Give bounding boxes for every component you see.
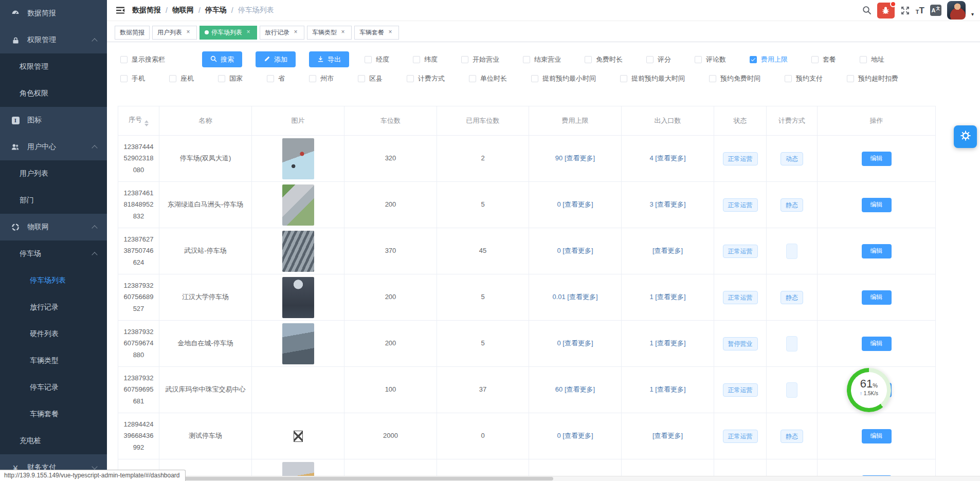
filter-checkbox[interactable]: 免费时长: [585, 55, 623, 64]
tab-4[interactable]: 车辆类型×: [307, 26, 352, 40]
row-fee-more-link[interactable]: 0.01 [查看更多]: [529, 274, 622, 321]
filter-checkbox[interactable]: 提前预约最小时间: [531, 74, 596, 83]
filter-checkbox[interactable]: 州市: [309, 74, 334, 83]
column-header[interactable]: 出入口数: [622, 106, 714, 136]
filter-checkbox[interactable]: 地址: [860, 55, 884, 64]
filter-checkbox[interactable]: 区县: [358, 74, 383, 83]
filter-checkbox[interactable]: 评分: [646, 55, 671, 64]
filter-checkbox[interactable]: 评论数: [695, 55, 726, 64]
breadcrumb-item[interactable]: 物联网: [172, 6, 194, 15]
column-header[interactable]: 状态: [714, 106, 767, 136]
column-header[interactable]: 已用车位数: [437, 106, 529, 136]
parking-photo[interactable]: [282, 184, 314, 226]
filter-checkbox[interactable]: 提前预约最大时间: [620, 74, 685, 83]
sidebar-item-4[interactable]: I图标: [0, 107, 107, 134]
upload-progress-widget[interactable]: 61% ↑ 1.5K/s: [847, 368, 891, 412]
search-button[interactable]: 搜索: [202, 51, 242, 67]
filter-checkbox[interactable]: 计费方式: [407, 74, 445, 83]
row-fee-more-link[interactable]: 60 [查看更多]: [529, 367, 622, 413]
filter-checkbox[interactable]: 省: [267, 74, 285, 83]
sidebar-item-15[interactable]: 车辆套餐: [0, 401, 107, 428]
row-fee-more-link[interactable]: 0 [查看更多]: [529, 321, 622, 367]
edit-button[interactable]: 编辑: [862, 429, 892, 443]
filter-checkbox[interactable]: 预约免费时间: [709, 74, 760, 83]
row-fee-more-link[interactable]: 0 [查看更多]: [529, 228, 622, 274]
sidebar-item-12[interactable]: 硬件列表: [0, 321, 107, 347]
filter-checkbox[interactable]: 开始营业: [461, 55, 499, 64]
fullscreen-icon[interactable]: [900, 6, 910, 15]
sort-asc-icon[interactable]: [144, 120, 149, 123]
sidebar-item-1[interactable]: 权限管理: [0, 27, 107, 53]
filter-checkbox[interactable]: 手机: [120, 74, 145, 83]
translate-icon[interactable]: A文: [930, 5, 941, 16]
sidebar-item-13[interactable]: 车辆类型: [0, 347, 107, 374]
sidebar-item-6[interactable]: 用户列表: [0, 160, 107, 187]
parking-photo[interactable]: [282, 323, 314, 364]
close-icon[interactable]: ×: [185, 29, 192, 36]
sidebar-item-0[interactable]: 数据简报: [0, 0, 107, 27]
tab-3[interactable]: 放行记录×: [260, 26, 304, 40]
sidebar-item-14[interactable]: 停车记录: [0, 374, 107, 401]
row-gates-more-link[interactable]: [查看更多]: [622, 413, 714, 459]
filter-checkbox[interactable]: 预约超时扣费: [847, 74, 898, 83]
parking-photo[interactable]: [282, 138, 314, 179]
parking-photo[interactable]: [282, 277, 314, 318]
sidebar-item-3[interactable]: 角色权限: [0, 80, 107, 107]
tab-2[interactable]: 停车场列表×: [199, 26, 257, 40]
column-header[interactable]: 图片: [252, 106, 344, 136]
row-gates-more-link[interactable]: 1 [查看更多]: [622, 274, 714, 321]
close-icon[interactable]: ×: [292, 29, 299, 36]
show-search-checkbox[interactable]: 显示搜索栏: [120, 55, 165, 64]
breadcrumb-item[interactable]: 数据简报: [132, 6, 161, 15]
edit-button[interactable]: 编辑: [862, 290, 892, 305]
export-button[interactable]: 导出: [309, 51, 349, 67]
filter-checkbox[interactable]: 费用上限: [750, 55, 788, 64]
sidebar-item-5[interactable]: 用户中心: [0, 134, 107, 160]
filter-checkbox[interactable]: 座机: [169, 74, 194, 83]
row-gates-more-link[interactable]: [查看更多]: [622, 228, 714, 274]
row-fee-more-link[interactable]: 90 [查看更多]: [529, 136, 622, 182]
column-header[interactable]: 操作: [818, 106, 936, 136]
row-fee-more-link[interactable]: 0 [查看更多]: [529, 413, 622, 459]
row-gates-more-link[interactable]: 3 [查看更多]: [622, 182, 714, 228]
avatar[interactable]: [947, 1, 966, 20]
sidebar-item-9[interactable]: 停车场: [0, 240, 107, 267]
hamburger-icon[interactable]: [107, 5, 132, 15]
column-header[interactable]: 名称: [159, 106, 252, 136]
filter-checkbox[interactable]: 结束营业: [523, 55, 561, 64]
error-log-button[interactable]: [877, 3, 895, 18]
column-header[interactable]: 车位数: [344, 106, 437, 136]
row-gates-more-link[interactable]: 1 [查看更多]: [622, 321, 714, 367]
row-fee-more-link[interactable]: 0 [查看更多]: [529, 182, 622, 228]
add-button[interactable]: 添加: [256, 51, 296, 67]
sidebar-item-11[interactable]: 放行记录: [0, 294, 107, 321]
row-gates-more-link[interactable]: 4 [查看更多]: [622, 136, 714, 182]
sidebar-item-16[interactable]: 充电桩: [0, 428, 107, 454]
filter-checkbox[interactable]: 预约支付: [785, 74, 823, 83]
tab-1[interactable]: 用户列表×: [152, 26, 197, 40]
close-icon[interactable]: ×: [387, 29, 394, 36]
edit-button[interactable]: 编辑: [862, 152, 892, 166]
filter-checkbox[interactable]: 国家: [218, 74, 243, 83]
sidebar-item-7[interactable]: 部门: [0, 187, 107, 214]
dropdown-caret-icon[interactable]: ▾: [971, 11, 974, 17]
breadcrumb-item[interactable]: 停车场: [205, 6, 227, 15]
edit-button[interactable]: 编辑: [862, 198, 892, 212]
filter-checkbox[interactable]: 纬度: [413, 55, 438, 64]
settings-gear-button[interactable]: [954, 125, 977, 148]
sidebar-item-10[interactable]: 停车场列表: [0, 267, 107, 294]
text-size-icon[interactable]: TT: [916, 6, 924, 15]
tab-5[interactable]: 车辆套餐×: [354, 26, 399, 40]
column-header[interactable]: 计费方式: [767, 106, 818, 136]
close-icon[interactable]: ×: [245, 29, 252, 36]
filter-checkbox[interactable]: 单位时长: [469, 74, 507, 83]
column-header[interactable]: 费用上限: [529, 106, 622, 136]
close-icon[interactable]: ×: [339, 29, 347, 36]
filter-checkbox[interactable]: 套餐: [811, 55, 836, 64]
sidebar-item-8[interactable]: 物联网: [0, 214, 107, 240]
search-icon[interactable]: [862, 6, 872, 15]
tab-0[interactable]: 数据简报: [115, 26, 150, 40]
parking-photo[interactable]: [282, 231, 314, 272]
sort-icon[interactable]: [144, 120, 149, 126]
sidebar-item-2[interactable]: 权限管理: [0, 53, 107, 80]
